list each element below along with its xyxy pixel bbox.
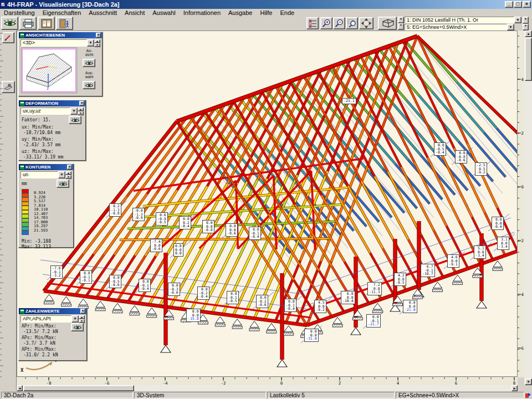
deformation-dropdown-arrow[interactable]: ▼ [70, 108, 78, 115]
panel-konturen-titlebar[interactable]: KONTUREN × [19, 164, 73, 170]
menu-ansicht[interactable]: Ansicht [121, 9, 149, 16]
redraw-button[interactable] [1, 17, 18, 30]
value-label: 5.10.0-3.4 [474, 245, 486, 259]
menu-eigenschaften[interactable]: Eigenschaften [39, 9, 85, 16]
horizontal-scroll-thumb[interactable] [23, 385, 134, 391]
view-selector-dropdown-arrow[interactable]: ▼ [87, 39, 94, 47]
zahlenwerte-spinner[interactable]: ▲▼ [79, 315, 85, 323]
zahlenwerte-component-combobox[interactable]: APr,APs,APt ▼ ▲▼ [21, 315, 85, 323]
auswahl-redraw-button[interactable] [83, 81, 95, 89]
deformation-spinner[interactable]: ▲▼ [78, 108, 84, 115]
roof-thumbnail-drawing: z [23, 49, 75, 91]
value-label: 0.00.0-0.8 [202, 220, 214, 233]
load-case-dropdown-arrow[interactable]: ▼ [514, 17, 521, 23]
menu-hilfe[interactable]: Hilfe [256, 9, 276, 16]
maximize-button[interactable]: □ [514, 1, 522, 8]
book-icon [41, 19, 52, 28]
view-thumbnail[interactable]: z [21, 48, 77, 93]
ruler-bottom: -8-6-4-202468 [17, 377, 518, 385]
value-label: 0.00.0-0.6 [226, 223, 238, 237]
zoom-in-button[interactable] [320, 17, 332, 29]
contour-scale-value: 0.924 [34, 191, 45, 195]
konturen-max: Max: 33.113 [22, 244, 70, 249]
cube-3d-icon [380, 18, 395, 28]
value-label: 0.0-0.3-0.6 [168, 283, 180, 296]
konturen-dropdown-arrow[interactable]: ▼ [58, 171, 65, 178]
svg-text:8: 8 [513, 381, 516, 385]
menu-auswahl[interactable]: Auswahl [149, 9, 180, 16]
scroll-down-button[interactable]: ▼ [525, 378, 532, 385]
pan-button[interactable] [359, 17, 374, 29]
menu-ausgabe[interactable]: Ausgabe [224, 9, 256, 16]
view-spinner[interactable]: ▲▼ [398, 17, 404, 30]
zahlenwerte-redraw-button[interactable] [71, 323, 84, 331]
exit-button[interactable] [56, 17, 73, 30]
zoom-out-button[interactable] [333, 17, 345, 29]
scroll-up-button[interactable]: ▲ [525, 30, 532, 37]
view-selector-spinner[interactable]: ▲▼ [94, 39, 100, 47]
scroll-left-button[interactable]: ◄ [17, 385, 23, 391]
pen-icon [4, 34, 12, 41]
load-combination-spinner[interactable]: ▲▼ [523, 17, 529, 30]
plane-tool-icon [4, 84, 13, 91]
panel-icon [20, 309, 24, 314]
panel-close-icon[interactable]: × [67, 165, 72, 170]
vertical-scroll-thumb[interactable] [525, 38, 532, 81]
contour-scale-value: 19.297 [34, 224, 48, 228]
ansicht-redraw-button[interactable] [83, 59, 95, 67]
value-label: -0.6-1.3-0.8 [132, 208, 145, 221]
panel-zahlenwerte-titlebar[interactable]: ZAHLENWERTE × [19, 308, 86, 314]
zoom-window-button[interactable] [346, 17, 358, 29]
value-label: 0.00.2-0.4 [179, 216, 191, 229]
deformation-redraw-button[interactable] [69, 116, 81, 124]
status-field-2: Lastkollektiv 5 [267, 392, 395, 398]
deformation-faktor: Faktor: 15. [22, 117, 51, 122]
value-label: 0.0-0.1-0.4 [139, 279, 151, 292]
panel-title: DEFORMATION [24, 101, 58, 106]
status-field-0: 3D-Dach 2a [1, 392, 133, 398]
view-selector-combobox[interactable]: <3D> ▼ ▲▼ [21, 39, 100, 47]
contour-swatch [22, 227, 29, 231]
menu-ausschnitt[interactable]: Ausschnitt [85, 9, 121, 16]
menu-informationen[interactable]: Informationen [180, 9, 224, 16]
konturen-redraw-button[interactable] [57, 180, 69, 188]
konturen-quantity-combobox[interactable]: un ▼ ▲▼ [21, 171, 71, 178]
help-book-button[interactable] [38, 17, 55, 30]
panel-close-icon[interactable]: × [96, 33, 101, 38]
loadcase-tree-button[interactable] [306, 17, 319, 29]
view-3d-box-button[interactable] [378, 17, 397, 30]
load-case-combobox[interactable]: 1: DIN 1052 Lastfall H (Th. 1. Or ▼ [405, 17, 521, 23]
value-label: 0.2-1.3-0.8 [109, 203, 121, 217]
panel-close-icon[interactable]: × [79, 101, 84, 106]
title-bar: 4H-FRAP - Visualisierung [3D-Dach 2a] _ … [0, 0, 532, 9]
print-button[interactable] [19, 17, 37, 30]
value-label: 0.0-0.8-0.6 [455, 150, 467, 163]
menu-darstellung[interactable]: Darstellung [0, 9, 39, 16]
menu-ende[interactable]: Ende [276, 9, 298, 16]
contour-scale-value: 14.703 [34, 216, 48, 220]
panel-title: KONTUREN [24, 165, 50, 170]
scroll-right-button[interactable]: ► [511, 385, 518, 391]
load-combination-dropdown-arrow[interactable]: ▼ [507, 24, 514, 30]
deformation-component-combobox[interactable]: ux,uy,uz ▼ ▲▼ [21, 108, 84, 115]
minimize-button[interactable]: _ [505, 1, 513, 8]
horizontal-scrollbar[interactable]: ◄ ► [17, 385, 518, 391]
auswahl-label: Aus-wahl [80, 71, 99, 79]
zahlenwerte-aps-value: -3.7/ 3.7 kN [22, 341, 84, 346]
svg-text:-4: -4 [519, 292, 524, 297]
panel-ansicht-ebenen: ANSICHT/EBENEN × <3D> ▼ ▲▼ z [18, 32, 103, 96]
value-label: 7.20.0-11.3 [367, 282, 382, 295]
printer-icon [23, 19, 34, 28]
deformation-uy-label: uy: Min/Max: [22, 137, 83, 142]
deformation-ux-label: ux: Min/Max: [22, 125, 83, 130]
load-combination-combobox[interactable]: 5: EG+Schnee+0.5Wind>X ▼ [405, 24, 514, 30]
svg-text:2: 2 [339, 381, 341, 385]
vertical-scrollbar[interactable]: ▲ ▼ [524, 30, 532, 385]
panel-deformation-titlebar[interactable]: DEFORMATION × [19, 100, 85, 106]
value-label: 0.0-0.5-0.4 [434, 142, 446, 156]
panel-close-icon[interactable]: × [80, 309, 85, 314]
panel-ansicht-titlebar[interactable]: ANSICHT/EBENEN × [19, 32, 102, 38]
zahlenwerte-dropdown-arrow[interactable]: ▼ [71, 315, 79, 323]
konturen-spinner[interactable]: ▲▼ [65, 171, 71, 178]
close-button[interactable]: × [523, 1, 531, 8]
